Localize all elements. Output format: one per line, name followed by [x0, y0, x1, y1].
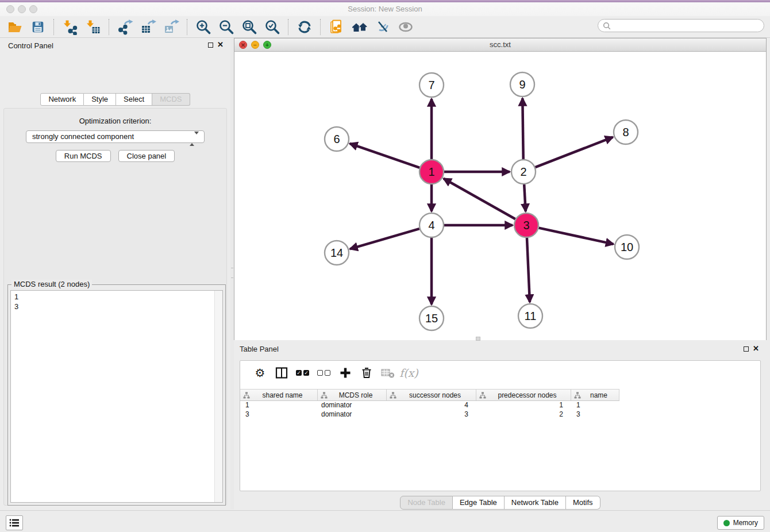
close-panel-button[interactable]: ✕ — [217, 41, 224, 49]
network-from-selection-button[interactable] — [325, 18, 348, 36]
search-input[interactable] — [614, 21, 764, 30]
network-graph[interactable]: 7968124314101511 — [234, 52, 766, 340]
table-panel-tabs: Node TableEdge TableNetwork TableMotifs — [234, 496, 767, 510]
table-tab-node-table[interactable]: Node Table — [400, 496, 453, 510]
status-bar: Memory — [0, 510, 770, 532]
table-cell[interactable]: dominator — [318, 410, 387, 419]
graph-node-11[interactable]: 11 — [518, 304, 542, 328]
toolbar-separator — [53, 19, 55, 35]
close-panel-button-mcds[interactable]: Close panel — [118, 150, 175, 162]
graph-node-1[interactable]: 1 — [419, 160, 444, 184]
table-cell[interactable]: 4 — [387, 400, 476, 410]
table-panel-title: Table Panel — [240, 345, 279, 353]
graph-node-3[interactable]: 3 — [514, 213, 538, 237]
tab-select[interactable]: Select — [116, 93, 152, 106]
table-settings-button[interactable]: ⚙ — [249, 363, 271, 383]
open-session-button[interactable] — [3, 18, 26, 36]
table-cell[interactable]: 1 — [240, 400, 318, 410]
graph-node-9[interactable]: 9 — [510, 72, 534, 97]
table-cell[interactable]: 3 — [571, 410, 619, 419]
tab-network[interactable]: Network — [40, 93, 84, 106]
first-neighbors-button[interactable] — [348, 18, 371, 36]
export-network-button[interactable] — [114, 18, 137, 36]
delete-table-button[interactable] — [377, 363, 398, 383]
graph-node-10[interactable]: 10 — [615, 235, 639, 259]
table-row[interactable]: 3dominator323 — [240, 410, 760, 419]
table-tab-network-table[interactable]: Network Table — [505, 496, 566, 510]
graph-edge-2-3[interactable] — [524, 184, 526, 211]
mcds-panel: Optimization criterion: strongly connect… — [3, 108, 227, 506]
column-header-name[interactable]: name — [571, 390, 619, 400]
graph-edge-2-8[interactable] — [536, 137, 613, 167]
tab-style[interactable]: Style — [84, 93, 116, 106]
control-panel: Control Panel ✕ NetworkStyleSelectMCDS O… — [0, 38, 230, 509]
graph-node-6[interactable]: 6 — [325, 127, 349, 151]
table-cell[interactable]: 2 — [476, 410, 571, 419]
column-header-MCDS-role[interactable]: MCDS role — [318, 390, 387, 400]
table-cell[interactable]: dominator — [318, 400, 387, 410]
apply-layout-button[interactable] — [293, 18, 316, 36]
zoom-in-button[interactable] — [192, 18, 215, 36]
svg-text:15: 15 — [425, 312, 438, 325]
mcds-result-text: 1 3 — [14, 292, 18, 311]
graph-node-8[interactable]: 8 — [614, 120, 638, 144]
hide-graphics-button[interactable] — [371, 18, 394, 36]
table-row[interactable]: 1dominator411 — [240, 400, 760, 410]
import-table-button[interactable] — [82, 18, 105, 36]
zoom-fit-button[interactable] — [238, 18, 261, 36]
graph-node-7[interactable]: 7 — [419, 73, 444, 97]
network-canvas[interactable]: 7968124314101511 — [234, 52, 766, 340]
graph-node-2[interactable]: 2 — [511, 160, 536, 184]
column-header-predecessor-nodes[interactable]: predecessor nodes — [476, 390, 571, 400]
mcds-result-area[interactable]: 1 3 — [10, 290, 223, 503]
toolbar-separator — [288, 19, 289, 35]
save-session-button[interactable] — [26, 18, 49, 36]
table-cell[interactable]: 3 — [240, 410, 318, 419]
float-panel-button[interactable] — [208, 43, 213, 48]
run-mcds-button[interactable]: Run MCDS — [56, 150, 111, 162]
graph-node-4[interactable]: 4 — [419, 213, 444, 237]
select-all-button[interactable]: ✓✓ — [292, 363, 313, 383]
import-network-button[interactable] — [59, 18, 82, 36]
table-cell[interactable]: 1 — [571, 400, 619, 410]
control-panel-title: Control Panel — [8, 41, 53, 50]
graph-edge-3-1[interactable] — [444, 179, 515, 219]
task-history-button[interactable] — [6, 515, 23, 530]
delete-row-button[interactable] — [356, 363, 377, 383]
graph-edge-1-6[interactable] — [350, 144, 420, 168]
zoom-out-button[interactable] — [215, 18, 238, 36]
add-row-button[interactable] — [334, 363, 356, 383]
export-table-button[interactable] — [137, 18, 160, 36]
function-builder-button[interactable]: f(x) — [398, 363, 419, 383]
float-table-panel-button[interactable] — [744, 346, 749, 352]
optimization-criterion-select[interactable]: strongly connected component — [26, 130, 205, 143]
show-column-button[interactable] — [271, 363, 292, 383]
graph-node-15[interactable]: 15 — [419, 306, 444, 330]
network-from-selection-icon — [329, 19, 345, 35]
table-tab-motifs[interactable]: Motifs — [566, 496, 600, 510]
network-window-titlebar[interactable]: ✕ − + scc.txt — [234, 38, 766, 52]
graph-node-14[interactable]: 14 — [325, 241, 349, 265]
table-cell[interactable]: 3 — [387, 410, 476, 419]
table-cell[interactable]: 1 — [476, 400, 571, 410]
column-header-successor-nodes[interactable]: successor nodes — [387, 390, 476, 400]
control-panel-tabs: NetworkStyleSelectMCDS — [0, 93, 230, 106]
select-all-icon: ✓✓ — [296, 370, 309, 376]
eye-button[interactable] — [394, 18, 417, 36]
zoom-selected-button[interactable] — [261, 18, 284, 36]
first-neighbors-icon — [351, 20, 368, 34]
graph-edge-4-14[interactable] — [350, 229, 419, 249]
memory-button[interactable]: Memory — [717, 516, 764, 530]
graph-edge-3-11[interactable] — [527, 238, 530, 302]
result-scrollbar[interactable] — [214, 291, 222, 502]
close-table-panel-button[interactable]: ✕ — [753, 345, 759, 353]
splitter-grip[interactable] — [231, 268, 233, 278]
graph-edge-3-10[interactable] — [538, 228, 613, 244]
graph-edge-2-9[interactable] — [522, 98, 523, 159]
export-image-button[interactable] — [160, 18, 183, 36]
table-tab-edge-table[interactable]: Edge Table — [453, 496, 505, 510]
deselect-all-button[interactable] — [313, 363, 334, 383]
column-header-shared-name[interactable]: shared name — [240, 390, 318, 400]
network-window-grip[interactable] — [476, 337, 480, 341]
tab-mcds[interactable]: MCDS — [152, 93, 190, 106]
